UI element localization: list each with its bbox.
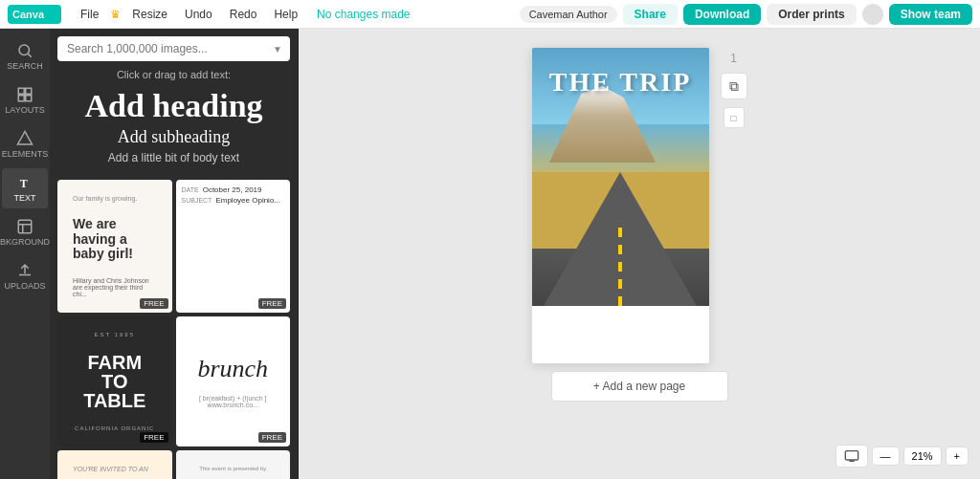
svg-rect-10 xyxy=(18,220,32,233)
add-page-button[interactable]: + Add a new page xyxy=(551,371,728,402)
template-date[interactable]: DATE October 25, 2019 SUBJECT Employee O… xyxy=(176,180,291,312)
svg-rect-7 xyxy=(26,96,32,101)
search-label: SEARCH xyxy=(7,61,43,71)
svg-rect-4 xyxy=(18,88,24,94)
templates-grid: Our family is growing. We are having a b… xyxy=(50,176,298,479)
farm-main-text: FARMTO TABLE xyxy=(65,345,165,418)
james-presented: This event is presented by xyxy=(184,458,283,479)
mountains xyxy=(532,86,709,163)
crown-icon: ♛ xyxy=(110,8,121,21)
help-menu[interactable]: Help xyxy=(268,6,303,23)
canvas-area: THE TRIP CAVEMAN AUTHOR 1 ⧉ □ + Add a ne… xyxy=(299,29,980,479)
template-brunch[interactable]: brunch [ br(eakfast) + (l)unch ] www.bru… xyxy=(176,316,291,446)
avatar xyxy=(862,4,883,25)
canva-logo: Canva xyxy=(8,5,61,24)
text-label: TEXT xyxy=(13,193,35,203)
baby-small-text: Our family is growing. xyxy=(65,187,165,209)
show-team-button[interactable]: Show team xyxy=(889,4,972,25)
image-search-input[interactable] xyxy=(57,36,290,61)
add-subheading-sample[interactable]: Add subheading xyxy=(59,127,288,147)
sidebar-item-uploads[interactable]: UPLOADS xyxy=(2,256,48,296)
undo-btn[interactable]: Undo xyxy=(179,6,218,23)
delete-page-button[interactable]: □ xyxy=(724,107,745,128)
sidebar-item-layouts[interactable]: LAYOUTS xyxy=(2,80,48,120)
sidebar-item-text[interactable]: T TEXT xyxy=(2,168,48,208)
template-farm[interactable]: EST 1995 FARMTO TABLE CALIFORNIA ORGANIC… xyxy=(57,316,172,446)
panel-instruction: Click or drag to add text: xyxy=(50,69,298,80)
zoom-plus-button[interactable]: + xyxy=(946,446,969,466)
mountain xyxy=(549,86,656,163)
redo-btn[interactable]: Redo xyxy=(224,6,263,23)
canvas-controls: 1 ⧉ □ xyxy=(721,52,747,128)
baby-free-badge: FREE xyxy=(140,298,167,309)
brunch-main-text: brunch xyxy=(191,349,274,389)
search-bar: ▼ xyxy=(57,36,290,61)
layouts-label: LAYOUTS xyxy=(5,105,44,115)
date-value: October 25, 2019 xyxy=(203,185,262,194)
copy-page-button[interactable]: ⧉ xyxy=(721,73,747,99)
user-name: Caveman Author xyxy=(529,9,608,20)
search-dropdown-arrow[interactable]: ▼ xyxy=(273,44,282,54)
svg-text:T: T xyxy=(20,177,28,190)
brunch-free-badge: FREE xyxy=(258,432,286,443)
svg-rect-6 xyxy=(18,96,24,101)
subject-value: Employee Opinio... xyxy=(215,196,280,205)
road-center-line xyxy=(618,220,622,306)
sidepanel: ▼ Click or drag to add text: Add heading… xyxy=(50,29,299,479)
topnav: Canva File ♛ Resize Undo Redo Help No ch… xyxy=(0,0,980,29)
sidebar-item-elements[interactable]: ELEMENTS xyxy=(2,124,48,164)
date-free-badge: FREE xyxy=(258,298,286,309)
uploads-label: UPLOADS xyxy=(5,281,46,291)
file-menu[interactable]: File xyxy=(75,6,104,23)
baby-main-text: We are having a baby girl! xyxy=(65,209,165,269)
download-button[interactable]: Download xyxy=(683,4,761,25)
brunch-sub-text: [ br(eakfast) + (l)unch ] www.brunch.co.… xyxy=(182,389,285,414)
save-status: No changes made xyxy=(317,8,410,21)
svg-line-3 xyxy=(28,54,31,56)
zoom-minus-button[interactable]: — xyxy=(872,446,900,466)
icecream-invited: YOU'RE INVITED TO AN xyxy=(65,458,165,479)
subject-label: SUBJECT xyxy=(182,197,212,204)
resize-menu[interactable]: Resize xyxy=(126,6,173,23)
canvas-title: THE TRIP xyxy=(532,67,709,98)
template-baby[interactable]: Our family is growing. We are having a b… xyxy=(57,180,172,312)
monitor-icon-button[interactable] xyxy=(835,445,868,468)
svg-text:Canva: Canva xyxy=(12,9,45,20)
background-label: BKGROUND xyxy=(0,237,50,247)
bottombar: — 21% + xyxy=(835,445,969,468)
share-button[interactable]: Share xyxy=(623,4,678,25)
svg-marker-8 xyxy=(18,132,33,145)
page-canvas[interactable]: THE TRIP CAVEMAN AUTHOR xyxy=(532,48,709,363)
template-james[interactable]: This event is presented by JAMES LOUIS K… xyxy=(176,450,291,479)
farm-est: EST 1995 xyxy=(86,324,143,345)
sidebar-item-background[interactable]: BKGROUND xyxy=(2,212,48,252)
canvas-author: CAVEMAN AUTHOR xyxy=(532,342,709,352)
order-prints-button[interactable]: Order prints xyxy=(767,4,856,25)
canvas-wrapper: THE TRIP CAVEMAN AUTHOR 1 ⧉ □ xyxy=(532,48,747,363)
svg-rect-11 xyxy=(845,451,858,460)
user-pill: Caveman Author xyxy=(520,6,617,23)
text-samples: Add heading Add subheading Add a little … xyxy=(50,88,298,164)
svg-point-2 xyxy=(19,45,30,55)
page-number: 1 xyxy=(730,52,737,65)
iconbar: SEARCH LAYOUTS ELEMENTS T TEXT BKGROUND … xyxy=(0,29,50,479)
farm-free-badge: FREE xyxy=(140,432,167,443)
add-heading-sample[interactable]: Add heading xyxy=(59,88,288,123)
elements-label: ELEMENTS xyxy=(2,149,49,159)
zoom-level: 21% xyxy=(903,446,942,466)
template-icecream[interactable]: YOU'RE INVITED TO AN Ice Cream Party SEP… xyxy=(57,450,172,479)
sidebar-item-search[interactable]: SEARCH xyxy=(2,36,48,76)
date-label: DATE xyxy=(182,186,199,193)
app-layout: SEARCH LAYOUTS ELEMENTS T TEXT BKGROUND … xyxy=(0,29,980,479)
add-body-sample[interactable]: Add a little bit of body text xyxy=(59,151,288,164)
svg-rect-5 xyxy=(26,88,32,94)
